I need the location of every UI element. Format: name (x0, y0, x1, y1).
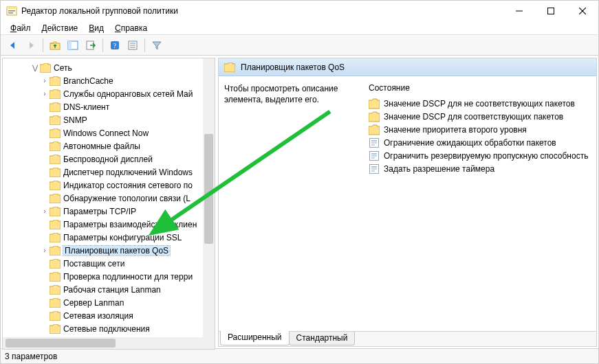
menu-help[interactable]: Справка (109, 22, 153, 34)
list-item[interactable]: Ограничение ожидающих обработки пакетов (369, 136, 591, 149)
svg-rect-3 (8, 12, 13, 14)
svg-rect-5 (548, 8, 554, 14)
export-button[interactable] (83, 37, 99, 54)
app-icon (6, 5, 17, 16)
tab-standard[interactable]: Стандартный (289, 332, 356, 345)
tree-node-label: Сетевая изоляция (63, 311, 133, 321)
vertical-scrollbar[interactable] (203, 58, 215, 337)
chevron-right-icon[interactable]: › (40, 247, 50, 254)
close-button[interactable] (567, 1, 598, 21)
list-item[interactable]: Ограничить резервируемую пропускную спос… (369, 149, 591, 162)
folder-icon (40, 63, 51, 73)
tree-node[interactable]: Беспроводной дисплей (3, 152, 203, 166)
folder-icon (50, 220, 61, 229)
svg-text:?: ? (113, 42, 117, 49)
tree-node-label: Сеть (54, 63, 72, 73)
folder-icon (50, 311, 61, 321)
list-item-label: Ограничение ожидающих обработки пакетов (384, 138, 556, 148)
chevron-down-icon[interactable]: ⋁ (30, 64, 40, 71)
tree-node-label: Параметры конфигурации SSL (63, 233, 182, 242)
setting-icon (369, 137, 380, 148)
list-item[interactable]: Задать разрешение таймера (369, 162, 591, 175)
tree-node-label: Диспетчер подключений Windows (63, 168, 193, 177)
tree-root-node[interactable]: ⋁ Сеть (3, 61, 203, 74)
title-bar: Редактор локальной групповой политики (1, 1, 598, 21)
tree-node[interactable]: ›Службы одноранговых сетей Май (3, 87, 203, 100)
tree-node[interactable]: Автономные файлы (3, 139, 203, 152)
help-button[interactable]: ? (107, 37, 123, 54)
toolbar: ? (1, 35, 598, 56)
tree-node[interactable]: ›Параметры TCP/IP (3, 205, 203, 218)
list-item[interactable]: Значение DSCP для соответствующих пакето… (369, 110, 591, 123)
folder-icon (224, 62, 235, 72)
list-item[interactable]: Значение DSCP для не соответствующих пак… (369, 97, 591, 110)
tree[interactable]: ⋁ Сеть ›BranchCache›Службы одноранговых … (3, 58, 203, 337)
folder-icon (50, 76, 61, 86)
tree-node-label: Поставщик сети (63, 259, 124, 269)
details-pane: Планировщик пакетов QoS Чтобы просмотрет… (218, 58, 597, 347)
details-header: Планировщик пакетов QoS (219, 58, 596, 76)
tree-node[interactable]: Сетевые подключения (3, 322, 203, 335)
tree-node[interactable]: Сервер Lanman (3, 296, 203, 309)
tree-node-label: Планировщик пакетов QoS (63, 246, 170, 255)
list-item-label: Ограничить резервируемую пропускную спос… (384, 151, 588, 161)
properties-button[interactable] (124, 37, 141, 54)
show-tree-button[interactable] (65, 37, 81, 54)
folder-icon (50, 233, 61, 242)
tree-node-label: Рабочая станция Lanman (63, 285, 161, 295)
tree-node[interactable]: Обнаружение топологии связи (L (3, 192, 203, 205)
tree-node[interactable]: Параметры конфигурации SSL (3, 231, 203, 244)
menu-view[interactable]: Вид (83, 22, 109, 34)
description-text: Чтобы просмотреть описание элемента, выд… (224, 83, 362, 331)
folder-icon (50, 285, 61, 295)
tree-node-label: SNMP (63, 115, 87, 125)
folder-icon (50, 259, 61, 269)
tree-node-label: Службы одноранговых сетей Май (63, 89, 193, 99)
tree-node-label: Сетевые подключения (63, 324, 150, 334)
tree-node[interactable]: Windows Connect Now (3, 126, 203, 139)
tree-node[interactable]: Проверка подлинности для терри (3, 270, 203, 283)
tree-node[interactable]: Поставщик сети (3, 257, 203, 270)
list-item[interactable]: Значение приоритета второго уровня (369, 123, 591, 136)
tree-node[interactable]: Диспетчер подключений Windows (3, 166, 203, 179)
details-header-title: Планировщик пакетов QoS (241, 62, 345, 72)
list-item-label: Значение DSCP для не соответствующих пак… (384, 99, 575, 109)
window-title: Редактор локальной групповой политики (21, 6, 503, 16)
folder-icon (50, 115, 61, 125)
setting-icon (369, 163, 380, 174)
tree-node[interactable]: ›Планировщик пакетов QoS (3, 244, 203, 257)
tree-node[interactable]: SNMP (3, 113, 203, 126)
tab-extended[interactable]: Расширенный (220, 331, 290, 345)
menu-file[interactable]: Файл (5, 22, 36, 34)
chevron-right-icon[interactable]: › (40, 77, 50, 84)
folder-icon (50, 141, 61, 151)
up-folder-button[interactable] (47, 37, 63, 54)
tree-node[interactable]: ›BranchCache (3, 74, 203, 87)
menu-action[interactable]: Действие (36, 22, 84, 34)
folder-icon (369, 98, 380, 109)
tree-node[interactable]: Рабочая станция Lanman (3, 283, 203, 296)
tree-node-label: Индикатор состояния сетевого по (63, 181, 193, 190)
forward-button[interactable] (23, 37, 39, 54)
folder-icon (50, 89, 61, 99)
filter-button[interactable] (149, 37, 165, 54)
folder-icon (50, 194, 61, 203)
chevron-right-icon[interactable]: › (40, 90, 50, 98)
list-item-label: Значение приоритета второго уровня (384, 125, 527, 135)
tree-node[interactable]: Сетевая изоляция (3, 309, 203, 322)
tree-node[interactable]: Параметры взаимодействия клиен (3, 218, 203, 231)
chevron-right-icon[interactable]: › (40, 207, 50, 215)
tree-pane: ⋁ Сеть ›BranchCache›Службы одноранговых … (2, 58, 215, 350)
minimize-button[interactable] (503, 1, 535, 21)
tree-node[interactable]: DNS-клиент (3, 100, 203, 113)
folder-icon (50, 298, 61, 308)
back-button[interactable] (5, 37, 21, 54)
folder-icon (369, 111, 380, 122)
list-item-label: Задать разрешение таймера (384, 164, 494, 174)
maximize-button[interactable] (535, 1, 567, 21)
tree-node-label: Параметры взаимодействия клиен (63, 220, 197, 229)
tree-node[interactable]: Индикатор состояния сетевого по (3, 179, 203, 192)
svg-rect-1 (7, 7, 17, 9)
horizontal-scrollbar[interactable] (3, 337, 203, 349)
menu-bar: Файл Действие Вид Справка (1, 21, 598, 35)
